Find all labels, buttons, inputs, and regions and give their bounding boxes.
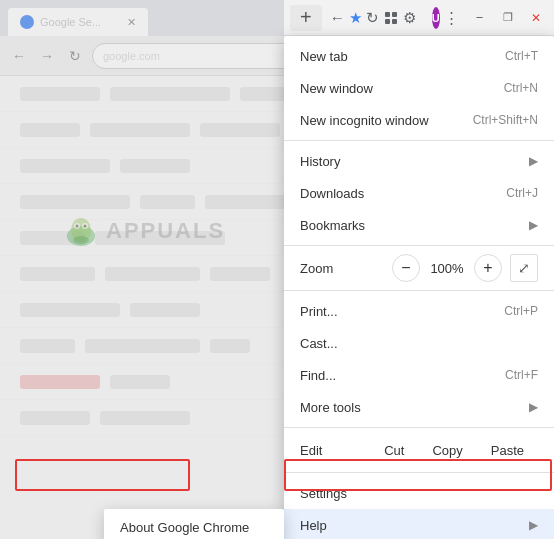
chrome-back-icon[interactable]: ← (330, 5, 345, 31)
menu-item-cast[interactable]: Cast... (284, 327, 554, 359)
svg-point-6 (73, 236, 89, 244)
svg-point-5 (84, 225, 87, 228)
new-tab-button[interactable]: + (290, 5, 322, 31)
forward-button[interactable]: → (36, 45, 58, 67)
menu-item-find-shortcut: Ctrl+F (505, 368, 538, 382)
menu-item-new-tab-label: New tab (300, 49, 475, 64)
zoom-minus-button[interactable]: − (392, 254, 420, 282)
menu-item-history-label: History (300, 154, 489, 169)
menu-item-print-shortcut: Ctrl+P (504, 304, 538, 318)
menu-item-downloads[interactable]: Downloads Ctrl+J (284, 177, 554, 209)
svg-rect-7 (385, 12, 390, 17)
active-tab[interactable]: Google Se... ✕ (8, 8, 148, 36)
zoom-label: Zoom (300, 261, 384, 276)
appuals-mascot-icon (60, 210, 102, 252)
menu-item-incognito[interactable]: New incognito window Ctrl+Shift+N (284, 104, 554, 136)
tab-close-icon[interactable]: ✕ (127, 16, 136, 29)
menu-item-new-tab[interactable]: New tab Ctrl+T (284, 40, 554, 72)
svg-rect-10 (392, 19, 397, 24)
menu-item-settings-label: Settings (300, 486, 538, 501)
menu-item-new-tab-shortcut: Ctrl+T (505, 49, 538, 63)
menu-item-help[interactable]: Help ▶ About Google Chrome Help center R… (284, 509, 554, 539)
svg-rect-8 (392, 12, 397, 17)
menu-item-print[interactable]: Print... Ctrl+P (284, 295, 554, 327)
menu-separator-5 (284, 472, 554, 473)
copy-button[interactable]: Copy (418, 437, 476, 464)
submenu-item-about[interactable]: About Google Chrome (104, 513, 284, 539)
edit-row: Edit Cut Copy Paste (284, 432, 554, 468)
menu-item-more-tools-arrow: ▶ (529, 400, 538, 414)
cut-button[interactable]: Cut (370, 437, 418, 464)
chrome-toolbar: + ← ★ ↻ ⚙ U ⋮ − ❐ ✕ (284, 0, 554, 36)
extensions-icon[interactable] (383, 5, 399, 31)
submenu-item-about-label: About Google Chrome (120, 520, 249, 535)
menu-item-more-tools-label: More tools (300, 400, 519, 415)
menu-item-help-label: Help (300, 518, 519, 533)
menu-item-downloads-shortcut: Ctrl+J (506, 186, 538, 200)
chrome-refresh-icon[interactable]: ↻ (366, 5, 379, 31)
paste-button[interactable]: Paste (477, 437, 538, 464)
menu-item-history-arrow: ▶ (529, 154, 538, 168)
close-button[interactable]: ✕ (523, 5, 549, 31)
user-avatar[interactable]: U (432, 7, 440, 29)
zoom-value: 100% (428, 261, 466, 276)
menu-separator-2 (284, 245, 554, 246)
svg-rect-9 (385, 19, 390, 24)
bookmark-star-icon[interactable]: ★ (349, 5, 362, 31)
menu-item-more-tools[interactable]: More tools ▶ (284, 391, 554, 423)
menu-item-history[interactable]: History ▶ (284, 145, 554, 177)
settings-gear-icon[interactable]: ⚙ (403, 5, 416, 31)
menu-item-settings[interactable]: Settings (284, 477, 554, 509)
tab-title: Google Se... (40, 16, 121, 28)
minimize-button[interactable]: − (467, 5, 493, 31)
zoom-plus-button[interactable]: + (474, 254, 502, 282)
menu-item-incognito-label: New incognito window (300, 113, 443, 128)
menu-item-bookmarks-label: Bookmarks (300, 218, 489, 233)
menu-item-find[interactable]: Find... Ctrl+F (284, 359, 554, 391)
menu-item-bookmarks[interactable]: Bookmarks ▶ (284, 209, 554, 241)
tab-favicon (20, 15, 34, 29)
menu-item-find-label: Find... (300, 368, 475, 383)
edit-label: Edit (300, 443, 370, 458)
menu-item-print-label: Print... (300, 304, 474, 319)
menu-dots-icon[interactable]: ⋮ (444, 5, 459, 31)
svg-point-4 (76, 225, 79, 228)
help-submenu: About Google Chrome Help center Report a… (104, 509, 284, 539)
fullscreen-button[interactable]: ⤢ (510, 254, 538, 282)
menu-separator-4 (284, 427, 554, 428)
menu-item-cast-label: Cast... (300, 336, 538, 351)
menu-item-downloads-label: Downloads (300, 186, 476, 201)
menu-separator-1 (284, 140, 554, 141)
refresh-button[interactable]: ↻ (64, 45, 86, 67)
menu-item-help-arrow: ▶ (529, 518, 538, 532)
menu-item-new-window-label: New window (300, 81, 474, 96)
menu-item-incognito-shortcut: Ctrl+Shift+N (473, 113, 538, 127)
appuals-logo: APPUALS (60, 210, 225, 252)
menu-separator-3 (284, 290, 554, 291)
back-button[interactable]: ← (8, 45, 30, 67)
menu-item-new-window-shortcut: Ctrl+N (504, 81, 538, 95)
chrome-dropdown-menu: New tab Ctrl+T New window Ctrl+N New inc… (284, 36, 554, 539)
zoom-row: Zoom − 100% + ⤢ (284, 250, 554, 286)
menu-item-bookmarks-arrow: ▶ (529, 218, 538, 232)
menu-item-new-window[interactable]: New window Ctrl+N (284, 72, 554, 104)
restore-button[interactable]: ❐ (495, 5, 521, 31)
